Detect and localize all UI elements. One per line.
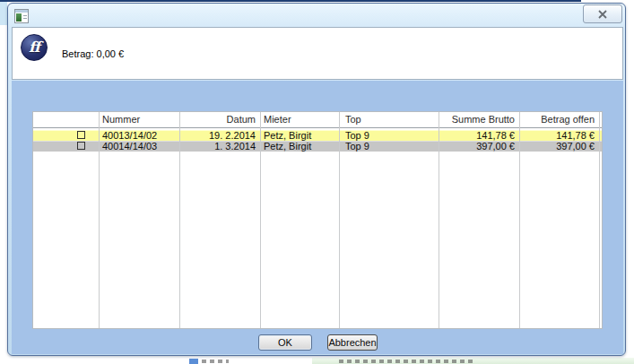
cell-mieter[interactable]: Petz, Birgit: [260, 141, 339, 152]
background-window-edge: [0, 0, 581, 2]
cell-top[interactable]: Top 9: [339, 130, 439, 141]
column-header-datum[interactable]: Datum: [179, 112, 260, 127]
cell-nummer[interactable]: 40013/14/02: [99, 130, 179, 141]
table-body: 40013/14/0219. 2.2014Petz, BirgitTop 914…: [33, 128, 602, 152]
background-text-blur: [202, 360, 229, 363]
background-icon-fragment: [189, 359, 198, 364]
column-header-select[interactable]: [33, 112, 99, 127]
dialog-titlebar[interactable]: [8, 4, 625, 27]
column-divider[interactable]: [439, 112, 439, 328]
background-window-sliver: [0, 2, 7, 25]
cell-mieter[interactable]: Petz, Birgit: [260, 130, 339, 141]
cancel-button[interactable]: Abbrechen: [327, 334, 378, 351]
dialog-header-panel: ff Betrag: 0,00 €: [12, 27, 623, 80]
column-header-mieter[interactable]: Mieter: [260, 112, 339, 127]
dialog-body: NummerDatumMieterTopSumme BruttoBetrag o…: [12, 81, 623, 354]
app-logo-ff-icon: ff: [21, 34, 48, 61]
column-header-summe_brutto[interactable]: Summe Brutto: [439, 112, 519, 127]
column-divider[interactable]: [339, 112, 340, 328]
close-icon: [597, 10, 608, 19]
column-divider[interactable]: [99, 112, 100, 328]
column-divider[interactable]: [260, 112, 261, 328]
column-divider[interactable]: [179, 112, 180, 328]
column-header-betrag_offen[interactable]: Betrag offen: [519, 112, 599, 127]
column-header-top[interactable]: Top: [339, 112, 439, 127]
row-checkbox[interactable]: [77, 131, 85, 139]
background-text-blur: [339, 360, 473, 363]
cell-select[interactable]: [33, 130, 99, 141]
ok-button[interactable]: OK: [258, 334, 312, 351]
column-header-nummer[interactable]: Nummer: [99, 112, 179, 127]
table-header-row: NummerDatumMieterTopSumme BruttoBetrag o…: [33, 112, 602, 128]
cell-summe_brutto[interactable]: 397,00 €: [439, 141, 519, 152]
logo-text: ff: [29, 40, 39, 55]
table-row[interactable]: 40014/14/031. 3.2014Petz, BirgitTop 9397…: [33, 141, 602, 152]
cell-datum[interactable]: 1. 3.2014: [179, 141, 260, 152]
desktop-background: ff Betrag: 0,00 € NummerDatumMieterTopSu…: [0, 0, 634, 364]
column-divider[interactable]: [519, 112, 520, 328]
table-row[interactable]: 40013/14/0219. 2.2014Petz, BirgitTop 914…: [33, 130, 602, 141]
cell-summe_brutto[interactable]: 141,78 €: [439, 130, 519, 141]
cell-nummer[interactable]: 40014/14/03: [99, 141, 179, 152]
cell-betrag_offen[interactable]: 397,00 €: [519, 141, 599, 152]
betrag-label: Betrag: 0,00 €: [62, 48, 124, 59]
cell-datum[interactable]: 19. 2.2014: [179, 130, 260, 141]
cell-betrag_offen[interactable]: 141,78 €: [519, 130, 599, 141]
cell-top[interactable]: Top 9: [339, 141, 439, 152]
invoice-table: NummerDatumMieterTopSumme BruttoBetrag o…: [32, 111, 603, 329]
column-divider[interactable]: [599, 112, 600, 328]
form-icon: [14, 9, 29, 23]
close-button[interactable]: [583, 4, 622, 23]
row-checkbox[interactable]: [77, 142, 85, 150]
cell-select[interactable]: [33, 141, 99, 152]
dialog-window: ff Betrag: 0,00 € NummerDatumMieterTopSu…: [7, 3, 626, 356]
